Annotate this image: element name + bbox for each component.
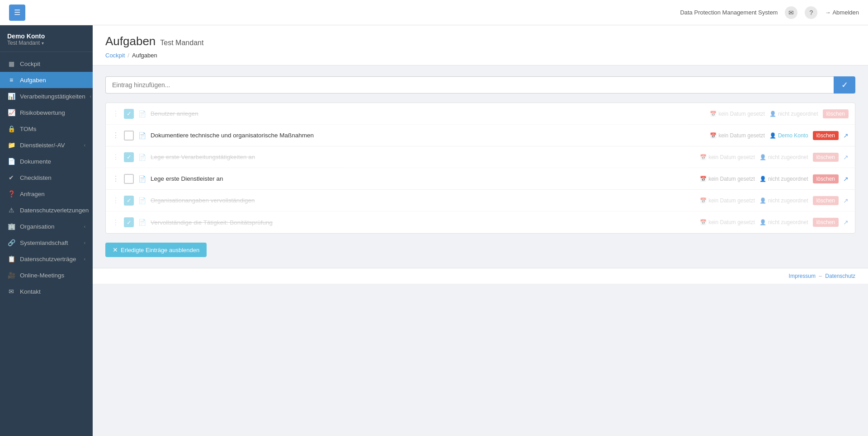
sidebar-item-anfragen[interactable]: ❓Anfragen [0, 186, 93, 202]
task-right: 👤 nicht zugeordnetlöschen↗ [760, 174, 849, 183]
task-checkbox[interactable]: ✓ [124, 196, 134, 206]
breadcrumb-home[interactable]: Cockpit [105, 52, 125, 59]
sidebar-item-kontakt[interactable]: ✉Kontakt [0, 283, 93, 300]
sidebar-item-label-dienstleister: Dienstleister/-AV [20, 142, 80, 149]
user-icon: 👤 [769, 111, 776, 117]
sidebar-item-dokumente[interactable]: 📄Dokumente [0, 153, 93, 169]
help-icon[interactable]: ? [805, 6, 817, 19]
drag-handle[interactable]: ⋮ [112, 218, 119, 227]
task-checkbox[interactable] [124, 174, 134, 184]
task-date: 📅 kein Datum gesetzt [700, 176, 755, 182]
sidebar-item-dienstleister[interactable]: 📁Dienstleister/-AV‹ [0, 137, 93, 153]
sidebar-item-label-toms: TOMs [20, 126, 85, 132]
systemlandschaft-icon: 🔗 [7, 239, 15, 246]
kontakt-icon: ✉ [7, 288, 15, 295]
add-entry-input[interactable] [105, 76, 834, 94]
sidebar-item-aufgaben[interactable]: ≡Aufgaben [0, 72, 93, 88]
add-entry-button[interactable]: ✓ [834, 76, 855, 94]
sidebar-item-label-online-meetings: Online-Meetings [20, 272, 85, 279]
sidebar-item-systemlandschaft[interactable]: 🔗Systemlandschaft‹ [0, 234, 93, 251]
chevron-icon-dienstleister: ‹ [84, 143, 85, 148]
task-right: 👤 Demo Kontolöschen↗ [769, 131, 849, 140]
risikobewertung-icon: 📈 [7, 109, 15, 116]
anfragen-icon: ❓ [7, 190, 15, 197]
sidebar-item-checklisten[interactable]: ✔Checklisten [0, 169, 93, 186]
task-checkbox[interactable] [124, 131, 134, 141]
tenant-chevron: ▾ [42, 41, 44, 46]
online-meetings-icon: 🎥 [7, 272, 15, 279]
calendar-icon: 📅 [700, 197, 707, 204]
aufgaben-icon: ≡ [7, 76, 15, 84]
task-open-button[interactable]: ↗ [843, 219, 849, 226]
impressum-link[interactable]: Impressum [789, 273, 816, 279]
drag-handle[interactable]: ⋮ [112, 131, 119, 140]
task-row: ⋮✓📄Benutzer anlegen📅 kein Datum gesetzt👤… [106, 103, 855, 125]
task-doc-icon: 📄 [138, 197, 146, 204]
assignee-text: nicht zugeordnet [768, 154, 808, 160]
page-title-row: Aufgaben Test Mandant [105, 34, 855, 48]
sidebar-item-label-systemlandschaft: Systemlandschaft [20, 239, 80, 246]
task-delete-button[interactable]: löschen [813, 153, 839, 162]
task-delete-button[interactable]: löschen [813, 174, 839, 183]
calendar-icon: 📅 [700, 154, 707, 160]
task-open-button[interactable]: ↗ [843, 197, 849, 204]
user-name: Demo Konto [7, 33, 85, 40]
task-delete-button[interactable]: löschen [813, 196, 839, 205]
drag-handle[interactable]: ⋮ [112, 174, 119, 183]
task-doc-icon: 📄 [138, 175, 146, 183]
task-row: ⋮✓📄Vervollständige die Tätigkeit: Bonitä… [106, 211, 855, 233]
organisation-icon: 🏢 [7, 223, 15, 230]
add-entry-bar: ✓ [105, 76, 855, 94]
task-delete-button[interactable]: löschen [823, 109, 849, 118]
task-checkbox[interactable]: ✓ [124, 109, 134, 119]
dienstleister-icon: 📁 [7, 141, 15, 149]
sidebar-item-cockpit[interactable]: ▦Cockpit [0, 56, 93, 72]
footer: Impressum – Datenschutz [93, 268, 868, 284]
page-title: Aufgaben [105, 34, 156, 48]
tenant-selector[interactable]: Test Mandant ▾ [7, 40, 85, 46]
assignee-text: Demo Konto [778, 132, 808, 139]
hide-completed-button[interactable]: ✕ Erledigte Einträge ausblenden [105, 243, 207, 257]
task-date: 📅 kein Datum gesetzt [710, 111, 765, 117]
task-row: ⋮✓📄Lege erste Verarbeitungstätigkeiten a… [106, 146, 855, 168]
sidebar-item-label-checklisten: Checklisten [20, 174, 85, 181]
task-delete-button[interactable]: löschen [813, 131, 839, 140]
drag-handle[interactable]: ⋮ [112, 109, 119, 118]
user-icon: 👤 [760, 219, 766, 225]
datenschutz-link[interactable]: Datenschutz [825, 273, 855, 279]
sidebar-item-toms[interactable]: 🔒TOMs [0, 121, 93, 137]
logout-icon: → [825, 9, 830, 16]
task-delete-button[interactable]: löschen [813, 218, 839, 227]
logout-label: Abmelden [832, 9, 859, 16]
task-doc-icon: 📄 [138, 110, 146, 117]
sidebar-nav: ▦Cockpit≡Aufgaben📊Verarbeitungstätigkeit… [0, 52, 93, 436]
hamburger-button[interactable]: ☰ [9, 5, 25, 21]
chevron-icon-organisation: ‹ [84, 224, 85, 229]
sidebar-item-online-meetings[interactable]: 🎥Online-Meetings [0, 267, 93, 283]
task-open-button[interactable]: ↗ [843, 175, 849, 183]
task-text: Dokumentiere technische und organisatori… [151, 132, 705, 139]
task-doc-icon: 📄 [138, 219, 146, 226]
page-subtitle: Test Mandant [160, 39, 203, 47]
sidebar-item-label-anfragen: Anfragen [20, 191, 85, 197]
sidebar-item-datenschutzvertraege[interactable]: 📋Datenschutzverträge‹ [0, 251, 93, 267]
breadcrumb: Cockpit / Aufgaben [105, 52, 855, 59]
sidebar-item-verarbeitungstaetigkeiten[interactable]: 📊Verarbeitungstätigkeiten‹ [0, 88, 93, 104]
assignee-text: nicht zugeordnet [768, 197, 808, 204]
sidebar-item-datenschutzverletzungen[interactable]: ⚠Datenschutzverletzungen [0, 202, 93, 218]
calendar-icon: 📅 [710, 132, 717, 139]
sidebar-item-organisation[interactable]: 🏢Organisation‹ [0, 218, 93, 234]
checklisten-icon: ✔ [7, 174, 15, 181]
task-open-button[interactable]: ↗ [843, 154, 849, 161]
task-checkbox[interactable]: ✓ [124, 152, 134, 162]
task-checkbox[interactable]: ✓ [124, 217, 134, 227]
mail-icon[interactable]: ✉ [785, 6, 797, 19]
sidebar-item-risikobewertung[interactable]: 📈Risikobewertung [0, 104, 93, 121]
sidebar-item-label-verarbeitungstaetigkeiten: Verarbeitungstätigkeiten [20, 93, 85, 100]
task-open-button[interactable]: ↗ [843, 132, 849, 139]
chevron-icon-verarbeitungstaetigkeiten: ‹ [90, 94, 91, 99]
drag-handle[interactable]: ⋮ [112, 153, 119, 161]
drag-handle[interactable]: ⋮ [112, 196, 119, 205]
logout-button[interactable]: → Abmelden [825, 9, 859, 16]
datenschutzvertraege-icon: 📋 [7, 255, 15, 263]
